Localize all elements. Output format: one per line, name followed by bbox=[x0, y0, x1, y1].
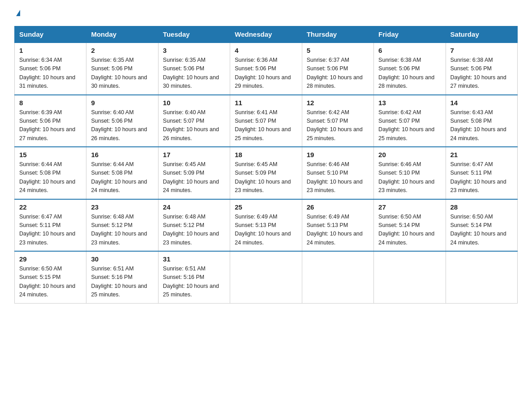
col-header-monday: Monday bbox=[86, 26, 158, 43]
col-header-thursday: Thursday bbox=[302, 26, 373, 43]
day-info: Sunrise: 6:49 AMSunset: 5:13 PMDaylight:… bbox=[235, 213, 297, 248]
calendar-cell: 5Sunrise: 6:37 AMSunset: 5:06 PMDaylight… bbox=[302, 43, 373, 95]
day-info: Sunrise: 6:51 AMSunset: 5:16 PMDaylight:… bbox=[163, 265, 225, 300]
day-number: 11 bbox=[235, 99, 297, 107]
week-row-5: 29Sunrise: 6:50 AMSunset: 5:15 PMDayligh… bbox=[15, 251, 518, 303]
day-info: Sunrise: 6:38 AMSunset: 5:06 PMDaylight:… bbox=[450, 56, 513, 91]
calendar-cell: 3Sunrise: 6:35 AMSunset: 5:06 PMDaylight… bbox=[158, 43, 230, 95]
calendar-cell bbox=[230, 251, 302, 303]
day-info: Sunrise: 6:46 AMSunset: 5:10 PMDaylight:… bbox=[378, 160, 441, 195]
day-number: 5 bbox=[307, 47, 369, 54]
calendar-cell: 4Sunrise: 6:36 AMSunset: 5:06 PMDaylight… bbox=[230, 43, 302, 95]
day-number: 29 bbox=[19, 255, 82, 263]
calendar-cell: 10Sunrise: 6:40 AMSunset: 5:07 PMDayligh… bbox=[158, 95, 230, 147]
day-number: 8 bbox=[19, 99, 82, 107]
day-number: 31 bbox=[163, 255, 225, 263]
calendar-cell: 21Sunrise: 6:47 AMSunset: 5:11 PMDayligh… bbox=[446, 147, 517, 199]
day-info: Sunrise: 6:35 AMSunset: 5:06 PMDaylight:… bbox=[91, 56, 153, 91]
calendar-cell: 20Sunrise: 6:46 AMSunset: 5:10 PMDayligh… bbox=[374, 147, 446, 199]
day-info: Sunrise: 6:48 AMSunset: 5:12 PMDaylight:… bbox=[163, 213, 225, 248]
calendar-cell: 9Sunrise: 6:40 AMSunset: 5:06 PMDaylight… bbox=[86, 95, 158, 147]
calendar-cell: 23Sunrise: 6:48 AMSunset: 5:12 PMDayligh… bbox=[86, 199, 158, 252]
col-header-sunday: Sunday bbox=[15, 26, 86, 43]
day-info: Sunrise: 6:45 AMSunset: 5:09 PMDaylight:… bbox=[235, 160, 297, 195]
calendar-cell: 31Sunrise: 6:51 AMSunset: 5:16 PMDayligh… bbox=[158, 251, 230, 303]
calendar-cell: 18Sunrise: 6:45 AMSunset: 5:09 PMDayligh… bbox=[230, 147, 302, 199]
day-info: Sunrise: 6:41 AMSunset: 5:07 PMDaylight:… bbox=[235, 108, 297, 143]
day-info: Sunrise: 6:49 AMSunset: 5:13 PMDaylight:… bbox=[307, 213, 369, 248]
day-info: Sunrise: 6:48 AMSunset: 5:12 PMDaylight:… bbox=[91, 213, 153, 248]
day-info: Sunrise: 6:50 AMSunset: 5:15 PMDaylight:… bbox=[19, 265, 82, 300]
calendar-cell: 22Sunrise: 6:47 AMSunset: 5:11 PMDayligh… bbox=[15, 199, 86, 252]
calendar-cell: 7Sunrise: 6:38 AMSunset: 5:06 PMDaylight… bbox=[446, 43, 517, 95]
calendar-cell: 1Sunrise: 6:34 AMSunset: 5:06 PMDaylight… bbox=[15, 43, 86, 95]
week-row-3: 15Sunrise: 6:44 AMSunset: 5:08 PMDayligh… bbox=[15, 147, 518, 199]
col-header-tuesday: Tuesday bbox=[158, 26, 230, 43]
calendar-cell: 14Sunrise: 6:43 AMSunset: 5:08 PMDayligh… bbox=[446, 95, 517, 147]
col-header-saturday: Saturday bbox=[446, 26, 517, 43]
day-info: Sunrise: 6:44 AMSunset: 5:08 PMDaylight:… bbox=[91, 160, 153, 195]
day-info: Sunrise: 6:34 AMSunset: 5:06 PMDaylight:… bbox=[19, 56, 82, 91]
day-info: Sunrise: 6:47 AMSunset: 5:11 PMDaylight:… bbox=[19, 213, 82, 248]
calendar-header-row: SundayMondayTuesdayWednesdayThursdayFrid… bbox=[15, 26, 518, 43]
day-info: Sunrise: 6:43 AMSunset: 5:08 PMDaylight:… bbox=[450, 108, 513, 143]
day-info: Sunrise: 6:36 AMSunset: 5:06 PMDaylight:… bbox=[235, 56, 297, 91]
week-row-4: 22Sunrise: 6:47 AMSunset: 5:11 PMDayligh… bbox=[15, 199, 518, 252]
day-number: 18 bbox=[235, 151, 297, 158]
week-row-2: 8Sunrise: 6:39 AMSunset: 5:06 PMDaylight… bbox=[15, 95, 518, 147]
day-number: 27 bbox=[378, 203, 441, 211]
day-info: Sunrise: 6:42 AMSunset: 5:07 PMDaylight:… bbox=[378, 108, 441, 143]
day-info: Sunrise: 6:46 AMSunset: 5:10 PMDaylight:… bbox=[307, 160, 369, 195]
calendar-cell: 13Sunrise: 6:42 AMSunset: 5:07 PMDayligh… bbox=[374, 95, 446, 147]
calendar-cell bbox=[374, 251, 446, 303]
calendar-cell: 16Sunrise: 6:44 AMSunset: 5:08 PMDayligh… bbox=[86, 147, 158, 199]
day-number: 13 bbox=[378, 99, 441, 107]
day-info: Sunrise: 6:39 AMSunset: 5:06 PMDaylight:… bbox=[19, 108, 82, 143]
day-info: Sunrise: 6:38 AMSunset: 5:06 PMDaylight:… bbox=[378, 56, 441, 91]
calendar-cell: 27Sunrise: 6:50 AMSunset: 5:14 PMDayligh… bbox=[374, 199, 446, 252]
day-number: 21 bbox=[450, 151, 513, 158]
calendar-cell: 26Sunrise: 6:49 AMSunset: 5:13 PMDayligh… bbox=[302, 199, 373, 252]
day-number: 4 bbox=[235, 47, 297, 54]
day-info: Sunrise: 6:40 AMSunset: 5:06 PMDaylight:… bbox=[91, 108, 153, 143]
day-info: Sunrise: 6:35 AMSunset: 5:06 PMDaylight:… bbox=[163, 56, 225, 91]
col-header-friday: Friday bbox=[374, 26, 446, 43]
calendar-cell: 2Sunrise: 6:35 AMSunset: 5:06 PMDaylight… bbox=[86, 43, 158, 95]
day-number: 9 bbox=[91, 99, 153, 107]
day-number: 22 bbox=[19, 203, 82, 211]
calendar-cell: 12Sunrise: 6:42 AMSunset: 5:07 PMDayligh… bbox=[302, 95, 373, 147]
day-info: Sunrise: 6:51 AMSunset: 5:16 PMDaylight:… bbox=[91, 265, 153, 300]
day-number: 1 bbox=[19, 47, 82, 54]
calendar-cell: 8Sunrise: 6:39 AMSunset: 5:06 PMDaylight… bbox=[15, 95, 86, 147]
day-number: 3 bbox=[163, 47, 225, 54]
day-info: Sunrise: 6:40 AMSunset: 5:07 PMDaylight:… bbox=[163, 108, 225, 143]
page-header bbox=[14, 11, 518, 17]
day-number: 15 bbox=[19, 151, 82, 158]
day-number: 16 bbox=[91, 151, 153, 158]
day-number: 23 bbox=[91, 203, 153, 211]
day-info: Sunrise: 6:44 AMSunset: 5:08 PMDaylight:… bbox=[19, 160, 82, 195]
calendar-cell: 19Sunrise: 6:46 AMSunset: 5:10 PMDayligh… bbox=[302, 147, 373, 199]
calendar-cell: 25Sunrise: 6:49 AMSunset: 5:13 PMDayligh… bbox=[230, 199, 302, 252]
day-info: Sunrise: 6:37 AMSunset: 5:06 PMDaylight:… bbox=[307, 56, 369, 91]
calendar-cell bbox=[446, 251, 517, 303]
day-number: 30 bbox=[91, 255, 153, 263]
day-number: 28 bbox=[450, 203, 513, 211]
calendar-cell: 15Sunrise: 6:44 AMSunset: 5:08 PMDayligh… bbox=[15, 147, 86, 199]
day-info: Sunrise: 6:50 AMSunset: 5:14 PMDaylight:… bbox=[378, 213, 441, 248]
day-number: 24 bbox=[163, 203, 225, 211]
col-header-wednesday: Wednesday bbox=[230, 26, 302, 43]
calendar-cell: 6Sunrise: 6:38 AMSunset: 5:06 PMDaylight… bbox=[374, 43, 446, 95]
logo bbox=[14, 11, 20, 17]
calendar-cell: 17Sunrise: 6:45 AMSunset: 5:09 PMDayligh… bbox=[158, 147, 230, 199]
calendar-cell: 24Sunrise: 6:48 AMSunset: 5:12 PMDayligh… bbox=[158, 199, 230, 252]
calendar-cell: 29Sunrise: 6:50 AMSunset: 5:15 PMDayligh… bbox=[15, 251, 86, 303]
logo-triangle-icon bbox=[16, 10, 20, 16]
day-info: Sunrise: 6:47 AMSunset: 5:11 PMDaylight:… bbox=[450, 160, 513, 195]
day-number: 25 bbox=[235, 203, 297, 211]
day-number: 26 bbox=[307, 203, 369, 211]
day-number: 12 bbox=[307, 99, 369, 107]
week-row-1: 1Sunrise: 6:34 AMSunset: 5:06 PMDaylight… bbox=[15, 43, 518, 95]
day-number: 10 bbox=[163, 99, 225, 107]
day-info: Sunrise: 6:45 AMSunset: 5:09 PMDaylight:… bbox=[163, 160, 225, 195]
